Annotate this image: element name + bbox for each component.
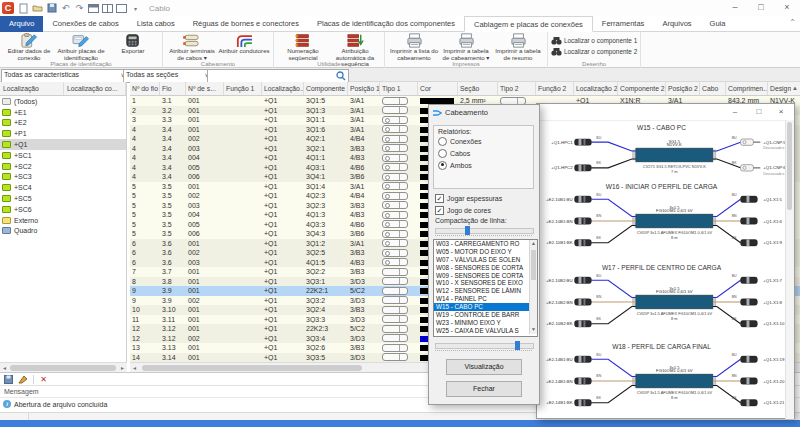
column-header-posi-o-2[interactable]: Posição 2 [666, 82, 700, 95]
tree-item--sc3[interactable]: +SC3 [0, 172, 126, 183]
column-header-se-o[interactable]: Seção [458, 82, 498, 95]
list-scrollbar[interactable]: ▲ ▼ [529, 240, 537, 334]
ribbon-button-atribuir-terminais-de-cabos[interactable]: Atribuir terminais de cabos ▾ [166, 32, 218, 61]
tab-ferramentas[interactable]: Ferramentas [593, 16, 654, 32]
tree-col-localizacao[interactable]: Localização [0, 82, 64, 95]
ribbon-button-imprimir-a-tabela-de-resumo[interactable]: Imprimir a tabela de resumo [492, 32, 544, 61]
minimize-button[interactable]: – [724, 104, 746, 119]
tree-item-quadro[interactable]: Quadro [0, 226, 126, 237]
tab-guia[interactable]: Guia [701, 16, 735, 32]
ribbon-button-localizar-o-componente-2[interactable]: Localizar o componente 2 [551, 46, 637, 57]
search-input[interactable] [207, 69, 349, 83]
tree-col-localizacao-co[interactable]: Localização co... [64, 82, 126, 95]
column-header-localiza-o-[interactable]: Localização... [262, 82, 304, 95]
column-header-cor[interactable]: Cor [418, 82, 458, 95]
cable-list-item[interactable]: W03 - CARREGAMENTO RO [434, 240, 530, 248]
save-messages-icon[interactable] [2, 373, 15, 385]
column-header-tipo-2[interactable]: Tipo 2 [498, 82, 536, 95]
new-file-icon[interactable] [17, 2, 30, 14]
checkbox-jogar-espessuras[interactable]: ✓ Jogar espessuras [435, 193, 502, 204]
column-header-componente-1[interactable]: Componente 1 [304, 82, 348, 95]
tree-item--sc5[interactable]: +SC5 [0, 193, 126, 204]
column-header-fio[interactable]: Fio [160, 82, 186, 95]
column-header-componente-2[interactable]: Componente 2 [618, 82, 666, 95]
ribbon-button-numera-o-seq-encial[interactable]: Numeração seqüencial [277, 32, 329, 61]
tree-item--e2[interactable]: +E2 [0, 118, 126, 129]
column-header-localiza-o-2[interactable]: Localização 2 [574, 82, 618, 95]
cable-list-item[interactable]: W25 - CAIXA DE VÁLVULA S [434, 327, 530, 335]
radio-ambos[interactable]: Ambos [438, 159, 529, 171]
column-header-posi-o-1[interactable]: Posição 1 [348, 82, 380, 95]
ribbon-button-atribuir-placas-de-identifica-o[interactable]: Atribuir placas de identificação [55, 32, 107, 61]
cable-list-item[interactable]: W05 - MOTOR DO EIXO Y [434, 248, 530, 256]
close-button[interactable]: × [774, 0, 800, 15]
tab-conex-es-de-cabos[interactable]: Conexões de cabos [43, 16, 127, 32]
ribbon-button-imprimir-a-tabela-de-cabeamento[interactable]: Imprimir a tabela de cabeamento ▾ [440, 32, 492, 61]
tab-cablagem-e-placas-de-conex-es[interactable]: Cablagem e placas de conexões [464, 16, 593, 32]
tree-item--p1[interactable]: +P1 [0, 128, 126, 139]
radio-conexões[interactable]: Conexões [438, 135, 529, 147]
maximize-button[interactable]: □ [748, 104, 770, 119]
cable-list-item[interactable]: W23 - MÍNIMO EIXO Y [434, 319, 530, 327]
save-icon[interactable] [45, 2, 58, 14]
tree-item--q1[interactable]: +Q1 [0, 139, 126, 150]
maximize-button[interactable]: □ [748, 0, 774, 15]
clear-messages-icon[interactable] [16, 373, 29, 385]
tree-item--todos-[interactable]: (Todos) [0, 96, 126, 107]
layout-split-icon[interactable] [87, 2, 100, 14]
tree-item--sc4[interactable]: +SC4 [0, 182, 126, 193]
characteristics-combo[interactable]: Todas as características ∨ [1, 69, 127, 83]
visualizar-button[interactable]: Visualização [446, 359, 522, 375]
close-button[interactable]: × [770, 104, 792, 119]
column-header-n-de-s-[interactable]: Nº de s... [186, 82, 224, 95]
cable-list-item[interactable]: W07 - VÁLVULAS DE SOLEN [434, 256, 530, 264]
cable-list-item[interactable]: W15 - CABO PC [434, 303, 530, 311]
tab-placas-de-identifica-o-dos-componentes[interactable]: Placas de identificação dos componentes [308, 16, 464, 32]
column-header-n-do-fio[interactable]: Nº do fio [130, 82, 160, 95]
tab-arquivos[interactable]: Arquivos [653, 16, 700, 32]
checkbox-jogo-de-cores[interactable]: ✓ Jogo de cores [435, 205, 491, 216]
column-header-cabo[interactable]: Cabo [700, 82, 726, 95]
tab-arquivo[interactable]: Arquivo [0, 16, 43, 32]
preview-title-bar[interactable]: – □ × [537, 104, 794, 121]
ribbon-button-imprimir-a-lista-do-cabeamento[interactable]: Imprimir a lista do cabeamento [388, 32, 440, 61]
ribbon-collapse-icon[interactable]: ⌃ [789, 18, 796, 27]
tab-r-guas-de-bornes-e-conectores[interactable]: Réguas de bornes e conectores [184, 16, 308, 32]
ribbon-button-localizar-o-componente-1[interactable]: Localizar o componente 1 [551, 35, 637, 46]
scroll-up-icon[interactable]: ▲ [791, 83, 799, 94]
cable-list-item[interactable]: W09 - SENSORES DE CORTA [434, 272, 530, 280]
undo-icon[interactable]: ↶ [59, 2, 72, 14]
open-file-icon[interactable] [31, 2, 44, 14]
tree-item--sc1[interactable]: +SC1 [0, 150, 126, 161]
delete-messages-icon[interactable]: ✕ [37, 373, 50, 385]
scroll-down-icon[interactable]: ▼ [530, 326, 537, 334]
column-header-tipo-1[interactable]: Tipo 1 [380, 82, 418, 95]
column-header-fun-o-2[interactable]: Função 2 [536, 82, 574, 95]
fechar-button[interactable]: Fechar [446, 381, 522, 397]
scroll-up-icon[interactable]: ▲ [530, 240, 537, 248]
cable-list-item[interactable]: W10 - X SENSORES DE EIXO [434, 279, 530, 287]
tree-item--e1[interactable]: +E1 [0, 107, 126, 118]
column-header-comprimen-[interactable]: Comprimen... [726, 82, 768, 95]
redo-icon[interactable]: ↷ [73, 2, 86, 14]
ribbon-button-exportar[interactable]: Exportar [107, 32, 159, 55]
layout-columns-icon[interactable] [101, 2, 114, 14]
sections-combo[interactable]: Todas as seções ∨ [123, 69, 211, 83]
dialog-title-bar[interactable]: Cabeamento [429, 105, 539, 120]
layout-window-icon[interactable] [115, 2, 128, 14]
minimize-button[interactable]: – [722, 0, 748, 15]
cable-list-item[interactable]: W14 - PAINEL PC [434, 295, 530, 303]
tree-item--sc2[interactable]: +SC2 [0, 161, 126, 172]
tab-lista-cabos[interactable]: Lista cabos [128, 16, 184, 32]
tree-hscrollbar[interactable]: ◂ ▸ [0, 362, 127, 372]
ribbon-button-atribuir-condutores[interactable]: Atribuir condutores [218, 32, 270, 55]
tree-item--sc6[interactable]: +SC6 [0, 204, 126, 215]
ribbon-button-editar-dados-de-conex-o[interactable]: Editar dados de conexão [3, 32, 55, 61]
cable-list-item[interactable]: W08 - SENSORES DE CORTA [434, 264, 530, 272]
cable-listbox[interactable]: W03 - CARREGAMENTO ROW05 - MOTOR DO EIXO… [433, 239, 538, 337]
column-header-fun-o-1[interactable]: Função 1 [224, 82, 262, 95]
radio-cabos[interactable]: Cabos [438, 147, 529, 159]
cable-list-item[interactable]: W12 - SENSORES DE LÂMIN [434, 287, 530, 295]
preview-scrollbar[interactable] [785, 120, 794, 419]
cable-list-item[interactable]: W19 - CONTROLE DE BARR [434, 311, 530, 319]
